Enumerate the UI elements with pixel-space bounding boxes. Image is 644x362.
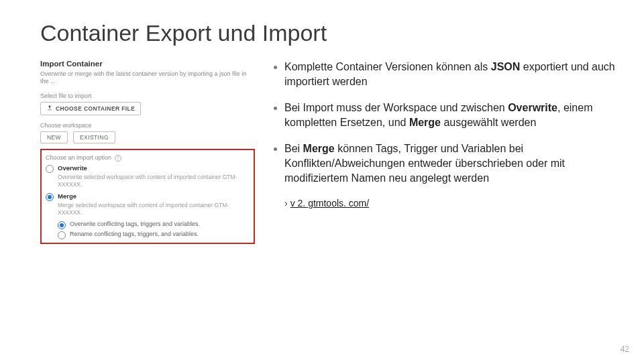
choose-file-label: CHOOSE CONTAINER FILE [56, 105, 135, 112]
sub-radio-rename-conflicts[interactable]: Rename conflicting tags, triggers, and v… [58, 231, 250, 239]
bullet-1-strong: JSON [491, 61, 521, 72]
merge-sub-options: Overwrite conflicting tags, triggers and… [58, 221, 250, 239]
workspace-new-button[interactable]: NEW [40, 131, 68, 143]
radio-overwrite-desc: Overwrite selected workspace with conten… [58, 174, 250, 188]
bullet-2-s1: Overwrite [508, 102, 557, 113]
slide-container: Container Export und Import Import Conta… [0, 0, 644, 362]
bullet-1-a: Komplette Container Versionen können als [284, 61, 491, 72]
workspace-buttons: NEW EXISTING [40, 131, 255, 143]
text-column: Komplette Container Versionen können als… [272, 60, 617, 210]
sub-overwrite-label: Overwrite conflicting tags, triggers and… [70, 221, 200, 227]
chevron-right-icon: › [284, 198, 288, 208]
gtmtools-link[interactable]: v 2. gtmtools. com/ [290, 198, 369, 208]
radio-dot-icon [58, 231, 66, 239]
import-option-text: Choose an import option [46, 154, 111, 161]
import-container-panel: Import Container Overwrite or merge with… [40, 60, 255, 244]
bullet-3-s1: Merge [303, 143, 335, 154]
bullet-3-a: Bei [284, 143, 303, 154]
bullet-2-s2: Merge [409, 117, 441, 128]
upload-icon [46, 105, 53, 113]
reference-link-row: ›v 2. gtmtools. com/ [272, 197, 617, 210]
radio-merge-label: Merge [58, 192, 76, 200]
import-option-label: Choose an import option ? [46, 154, 250, 162]
import-option-highlight: Choose an import option ? Overwrite Over… [40, 149, 255, 244]
bullet-list: Komplette Container Versionen können als… [272, 60, 617, 185]
bullet-3: Bei Merge können Tags, Trigger und Varia… [284, 141, 617, 185]
radio-merge-desc: Merge selected workspace with content of… [58, 202, 250, 217]
select-file-label: Select file to import [40, 93, 255, 99]
slide-title: Container Export und Import [40, 20, 617, 46]
radio-dot-icon [58, 221, 66, 229]
choose-container-file-button[interactable]: CHOOSE CONTAINER FILE [40, 102, 141, 115]
content-columns: Import Container Overwrite or merge with… [40, 60, 617, 244]
radio-dot-icon [46, 193, 54, 201]
page-number: 42 [621, 345, 629, 354]
radio-dot-icon [46, 165, 54, 173]
panel-description: Overwrite or merge with the latest conta… [40, 70, 255, 86]
choose-workspace-label: Choose workspace [40, 122, 255, 129]
radio-overwrite-label: Overwrite [58, 164, 87, 172]
bullet-2-a: Bei Import muss der Workspace und zwisch… [284, 102, 508, 113]
workspace-existing-button[interactable]: EXISTING [73, 131, 115, 143]
radio-merge[interactable]: Merge [46, 192, 250, 201]
bullet-2-c: ausgewählt werden [441, 117, 536, 128]
bullet-2: Bei Import muss der Workspace und zwisch… [284, 101, 617, 129]
radio-overwrite[interactable]: Overwrite [46, 164, 250, 173]
panel-heading: Import Container [40, 60, 255, 68]
bullet-1: Komplette Container Versionen können als… [284, 60, 617, 88]
sub-rename-label: Rename conflicting tags, triggers, and v… [70, 231, 199, 237]
sub-radio-overwrite-conflicts[interactable]: Overwrite conflicting tags, triggers and… [58, 221, 250, 229]
help-icon[interactable]: ? [115, 155, 121, 162]
